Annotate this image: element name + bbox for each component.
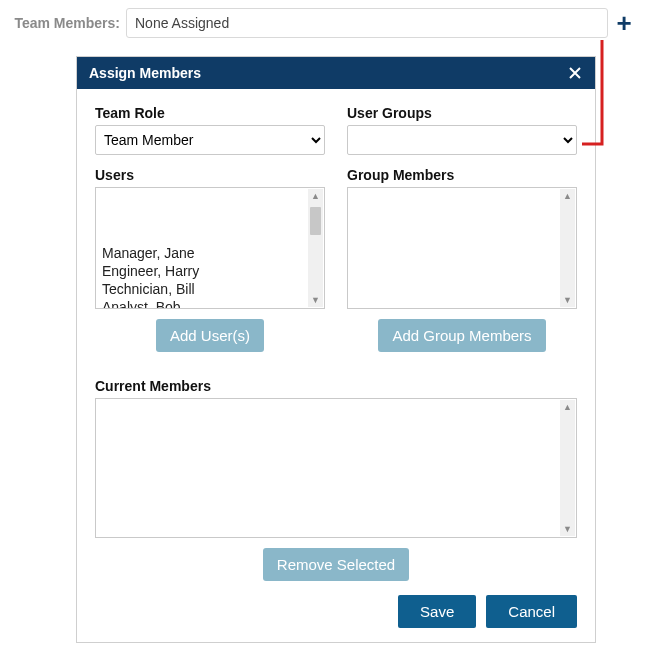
add-group-members-button[interactable]: Add Group Members	[378, 319, 545, 352]
modal-header: Assign Members	[77, 57, 595, 89]
team-members-input[interactable]	[126, 8, 608, 38]
add-team-member-button[interactable]: +	[616, 10, 631, 36]
assign-members-modal: Assign Members Team Role Team Member Use…	[76, 56, 596, 643]
close-icon[interactable]	[567, 65, 583, 81]
scroll-down-icon[interactable]: ▼	[560, 522, 575, 536]
users-listbox[interactable]: Manager, Jane Engineer, Harry Technician…	[95, 187, 325, 309]
cancel-button[interactable]: Cancel	[486, 595, 577, 628]
save-button[interactable]: Save	[398, 595, 476, 628]
team-members-label: Team Members:	[10, 15, 126, 31]
team-role-select[interactable]: Team Member	[95, 125, 325, 155]
modal-title: Assign Members	[89, 65, 201, 81]
scroll-thumb[interactable]	[310, 207, 321, 235]
scroll-up-icon[interactable]: ▲	[560, 189, 575, 203]
group-members-label: Group Members	[347, 167, 577, 183]
current-members-label: Current Members	[95, 378, 577, 394]
list-item[interactable]: Technician, Bill	[102, 280, 306, 298]
group-members-listbox[interactable]: ▲ ▼	[347, 187, 577, 309]
scrollbar[interactable]: ▲ ▼	[560, 400, 575, 536]
users-label: Users	[95, 167, 325, 183]
scroll-down-icon[interactable]: ▼	[560, 293, 575, 307]
list-item[interactable]: Analyst, Bob	[102, 298, 306, 309]
list-item[interactable]: Manager, Jane	[102, 244, 306, 262]
scroll-down-icon[interactable]: ▼	[308, 293, 323, 307]
add-users-button[interactable]: Add User(s)	[156, 319, 264, 352]
scrollbar[interactable]: ▲ ▼	[560, 189, 575, 307]
current-members-listbox[interactable]: ▲ ▼	[95, 398, 577, 538]
remove-selected-button[interactable]: Remove Selected	[263, 548, 409, 581]
user-groups-select[interactable]	[347, 125, 577, 155]
user-groups-label: User Groups	[347, 105, 577, 121]
scroll-up-icon[interactable]: ▲	[560, 400, 575, 414]
list-item[interactable]: Engineer, Harry	[102, 262, 306, 280]
scrollbar[interactable]: ▲ ▼	[308, 189, 323, 307]
team-role-label: Team Role	[95, 105, 325, 121]
scroll-up-icon[interactable]: ▲	[308, 189, 323, 203]
